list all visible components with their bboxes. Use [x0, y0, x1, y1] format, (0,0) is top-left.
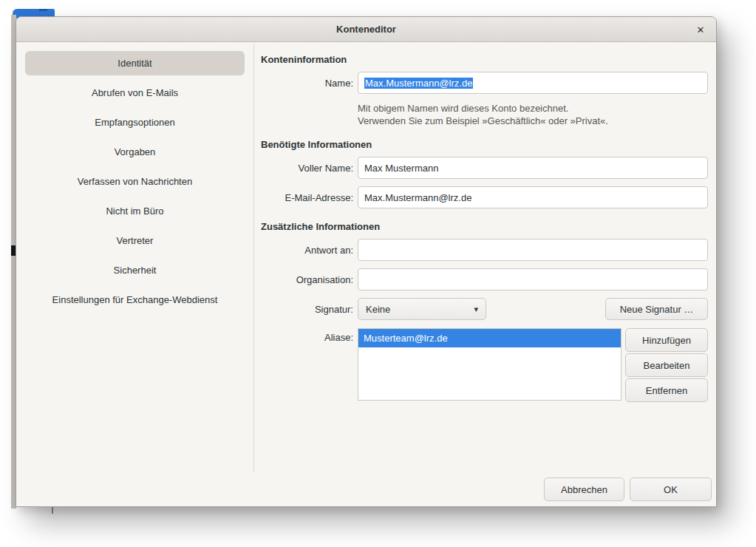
email-label: E-Mail-Adresse:	[261, 192, 353, 203]
signature-row: Signatur: Keine ▾ Neue Signatur …	[261, 298, 708, 320]
sidebar-item-out-of-office[interactable]: Nicht im Büro	[25, 199, 245, 223]
sidebar-item-receiving-options[interactable]: Empfangsoptionen	[25, 110, 245, 135]
background-window-tab-fragment	[39, 9, 47, 11]
name-help-line-1: Mit obigem Namen wird dieses Konto bezei…	[358, 102, 608, 115]
cancel-button[interactable]: Abbrechen	[544, 478, 624, 501]
name-input[interactable]: Max.Mustermann@lrz.de	[358, 72, 708, 94]
full-name-row: Voller Name: Max Mustermann	[261, 157, 708, 179]
account-editor-dialog: Konteneditor ✕ Identität Abrufen von E-M…	[16, 16, 717, 507]
aliases-label: Aliase:	[261, 328, 353, 345]
name-input-selected-text: Max.Mustermann@lrz.de	[364, 78, 473, 89]
alias-edit-button[interactable]: Bearbeiten	[625, 353, 708, 377]
reply-to-input[interactable]	[358, 239, 708, 261]
titlebar[interactable]: Konteneditor ✕	[16, 17, 716, 42]
background-window-bottom-edge	[52, 507, 53, 514]
alias-add-button[interactable]: Hinzufügen	[625, 328, 708, 352]
aliases-list[interactable]: Musterteam@lrz.de	[358, 328, 622, 401]
organization-label: Organisation:	[261, 274, 353, 285]
sidebar-item-ews-settings[interactable]: Einstellungen für Exchange-Webdienst	[25, 288, 245, 312]
name-help-line-2: Verwenden Sie zum Beispiel »Geschäftlich…	[358, 115, 608, 127]
name-row: Name: Max.Mustermann@lrz.de	[261, 72, 708, 94]
reply-to-label: Antwort an:	[261, 245, 353, 256]
email-row: E-Mail-Adresse: Max.Mustermann@lrz.de	[261, 186, 708, 208]
sidebar-item-security[interactable]: Sicherheit	[25, 258, 245, 282]
sidebar-item-composing[interactable]: Verfassen von Nachrichten	[25, 169, 245, 194]
sidebar-separator	[253, 44, 254, 472]
full-name-label: Voller Name:	[261, 163, 353, 174]
email-input[interactable]: Max.Mustermann@lrz.de	[358, 186, 708, 208]
dialog-title: Konteneditor	[16, 17, 716, 42]
signature-label: Signatur:	[261, 304, 353, 315]
alias-buttons: Hinzufügen Bearbeiten Entfernen	[625, 328, 708, 404]
background-window-sliver	[11, 245, 16, 256]
email-input-value: Max.Mustermann@lrz.de	[364, 192, 471, 203]
section-heading-required-info: Benötigte Informationen	[261, 139, 372, 150]
section-heading-optional-info: Zusätzliche Informationen	[261, 221, 380, 232]
full-name-input[interactable]: Max Mustermann	[358, 157, 708, 179]
chevron-down-icon: ▾	[474, 305, 478, 314]
close-icon[interactable]: ✕	[692, 22, 709, 38]
dialog-body: Identität Abrufen von E-Mails Empfangsop…	[16, 42, 716, 506]
section-heading-account-info: Konteninformation	[261, 54, 347, 65]
name-help-text: Mit obigem Namen wird dieses Konto bezei…	[358, 102, 608, 127]
sidebar-item-receiving-email[interactable]: Abrufen von E-Mails	[25, 81, 245, 105]
organization-row: Organisation:	[261, 268, 708, 291]
signature-dropdown[interactable]: Keine ▾	[358, 298, 486, 320]
organization-input[interactable]	[358, 268, 708, 291]
alias-remove-button[interactable]: Entfernen	[625, 378, 708, 402]
sidebar: Identität Abrufen von E-Mails Empfangsop…	[25, 51, 245, 317]
sidebar-item-identity[interactable]: Identität	[25, 51, 245, 75]
name-label: Name:	[261, 78, 353, 89]
alias-list-item[interactable]: Musterteam@lrz.de	[358, 329, 621, 347]
new-signature-button[interactable]: Neue Signatur …	[605, 298, 708, 320]
signature-dropdown-value: Keine	[366, 304, 390, 315]
ok-button[interactable]: OK	[630, 478, 712, 501]
full-name-input-value: Max Mustermann	[364, 163, 438, 174]
sidebar-item-defaults[interactable]: Vorgaben	[25, 140, 245, 164]
aliases-row: Aliase: Musterteam@lrz.de Hinzufügen Bea…	[261, 328, 708, 401]
reply-to-row: Antwort an:	[261, 239, 708, 261]
sidebar-item-delegates[interactable]: Vertreter	[25, 228, 245, 253]
